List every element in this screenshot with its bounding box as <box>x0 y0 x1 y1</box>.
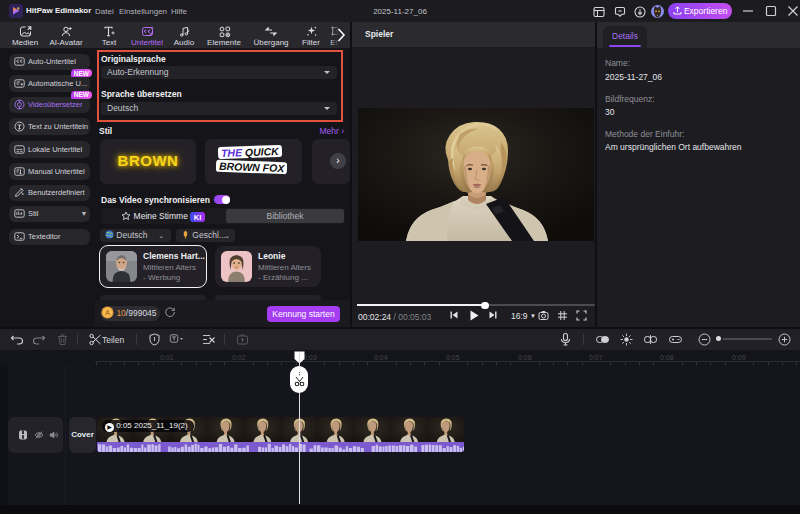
svg-text:A: A <box>105 309 110 316</box>
